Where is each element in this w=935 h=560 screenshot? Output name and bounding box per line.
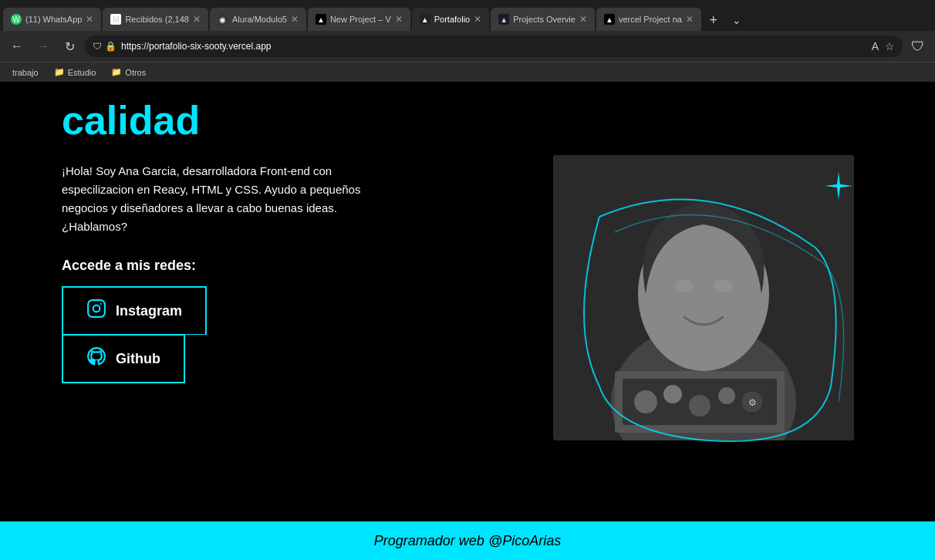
github-button[interactable]: Github xyxy=(62,335,185,383)
heading-calidad: calidad xyxy=(62,97,542,143)
social-heading: Accede a mis redes: xyxy=(62,258,542,274)
tab-favicon-github: ◉ xyxy=(218,14,228,25)
right-section: ⚙ xyxy=(542,82,873,521)
folder-icon: 📁 xyxy=(54,67,65,77)
tab-favicon-gmail: M xyxy=(110,14,121,25)
browser-chrome: W (11) WhatsApp ✕ M Recibidos (2,148 ✕ ◉… xyxy=(0,0,935,82)
tab-close-vercel2[interactable]: ✕ xyxy=(686,14,694,25)
instagram-icon xyxy=(86,299,106,323)
folder-icon-otros: 📁 xyxy=(111,67,122,77)
tab-gmail[interactable]: M Recibidos (2,148 ✕ xyxy=(103,8,208,31)
address-bar-row: ← → ↻ 🛡 🔒 https://portafolio-six-sooty.v… xyxy=(0,31,935,62)
bookmark-otros-label: Otros xyxy=(125,68,146,77)
sparkle-decoration xyxy=(823,170,854,208)
tab-label-projects: Projects Overvie xyxy=(513,15,576,24)
github-label: Github xyxy=(116,351,160,367)
tab-newproject[interactable]: ▲ New Project – V ✕ xyxy=(308,8,410,31)
tab-projects[interactable]: ▲ Projects Overvie ✕ xyxy=(491,8,595,31)
forward-button[interactable]: → xyxy=(32,35,54,57)
translate-icon[interactable]: A xyxy=(872,40,879,52)
tab-label-vercel2: vercel Project na xyxy=(619,15,682,24)
lock-icon: 🔒 xyxy=(105,41,116,52)
tab-favicon-newproject: ▲ xyxy=(316,14,326,25)
tab-vercel2[interactable]: ▲ vercel Project na ✕ xyxy=(596,8,701,31)
bookmark-star-icon[interactable]: ☆ xyxy=(885,40,895,52)
svg-point-2 xyxy=(100,303,102,305)
back-button[interactable]: ← xyxy=(6,35,28,57)
tab-label-portafolio: Portafolio xyxy=(434,15,470,24)
main-content: calidad ¡Hola! Soy Ana Garcia, desarroll… xyxy=(0,82,935,521)
website-content: calidad ¡Hola! Soy Ana Garcia, desarroll… xyxy=(0,82,935,560)
left-section: calidad ¡Hola! Soy Ana Garcia, desarroll… xyxy=(62,82,542,521)
bookmark-trabajo[interactable]: trabajo xyxy=(6,66,45,79)
tab-close-github[interactable]: ✕ xyxy=(291,14,299,25)
address-right-icons: A ☆ xyxy=(872,40,895,52)
footer-text: Programador web @PicoArias xyxy=(374,533,561,549)
tab-close-gmail[interactable]: ✕ xyxy=(193,14,201,25)
svg-point-13 xyxy=(718,387,735,404)
tab-whatsapp[interactable]: W (11) WhatsApp ✕ xyxy=(3,8,101,31)
shield-icon: 🛡 xyxy=(93,41,102,52)
tab-label-newproject: New Project – V xyxy=(330,15,391,24)
shield-menu-icon[interactable]: 🛡 xyxy=(907,35,929,57)
photo-container: ⚙ xyxy=(553,155,862,448)
tab-close-whatsapp[interactable]: ✕ xyxy=(86,14,93,25)
tab-list-button[interactable]: ⌄ xyxy=(726,9,748,31)
bookmark-otros[interactable]: 📁 Otros xyxy=(105,66,152,79)
footer: Programador web @PicoArias xyxy=(0,521,935,560)
tab-favicon-vercel2: ▲ xyxy=(604,14,615,25)
instagram-label: Instagram xyxy=(116,303,182,319)
svg-rect-0 xyxy=(88,300,105,317)
social-buttons: Instagram Github xyxy=(62,286,542,383)
tab-label-gmail: Recibidos (2,148 xyxy=(125,15,189,24)
tab-favicon-whatsapp: W xyxy=(11,14,22,25)
bookmark-estudio[interactable]: 📁 Estudio xyxy=(48,66,103,79)
tab-label-github: Alura/Modulo5 xyxy=(232,15,287,24)
svg-point-10 xyxy=(634,390,657,413)
svg-point-6 xyxy=(675,280,694,292)
tab-close-newproject[interactable]: ✕ xyxy=(395,14,403,25)
svg-point-12 xyxy=(689,395,711,417)
tab-favicon-projects: ▲ xyxy=(498,14,509,25)
tab-bar: W (11) WhatsApp ✕ M Recibidos (2,148 ✕ ◉… xyxy=(0,0,935,31)
bookmark-trabajo-label: trabajo xyxy=(12,68,39,77)
tab-label-whatsapp: (11) WhatsApp xyxy=(25,15,82,24)
reload-button[interactable]: ↻ xyxy=(59,35,80,57)
svg-point-11 xyxy=(663,385,682,403)
tab-close-portafolio[interactable]: ✕ xyxy=(474,14,481,25)
bookmarks-bar: trabajo 📁 Estudio 📁 Otros xyxy=(0,62,935,82)
tab-portafolio[interactable]: ▲ Portafolio ✕ xyxy=(412,8,489,31)
new-tab-button[interactable]: + xyxy=(703,9,724,31)
address-security-icons: 🛡 🔒 xyxy=(93,41,116,52)
tab-close-projects[interactable]: ✕ xyxy=(579,14,587,25)
address-bar[interactable]: 🛡 🔒 https://portafolio-six-sooty.vercel.… xyxy=(85,35,903,57)
svg-text:⚙: ⚙ xyxy=(748,397,757,408)
bookmark-estudio-label: Estudio xyxy=(68,68,96,77)
profile-photo: ⚙ xyxy=(553,155,854,440)
svg-point-7 xyxy=(714,280,732,292)
instagram-button[interactable]: Instagram xyxy=(62,286,207,335)
address-text: https://portafolio-six-sooty.vercel.app xyxy=(121,41,272,52)
github-icon xyxy=(86,346,106,371)
tab-favicon-portafolio: ▲ xyxy=(420,14,430,25)
tab-github[interactable]: ◉ Alura/Modulo5 ✕ xyxy=(210,8,306,31)
svg-point-1 xyxy=(93,305,100,312)
bio-text: ¡Hola! Soy Ana Garcia, desarrolladora Fr… xyxy=(62,162,401,236)
